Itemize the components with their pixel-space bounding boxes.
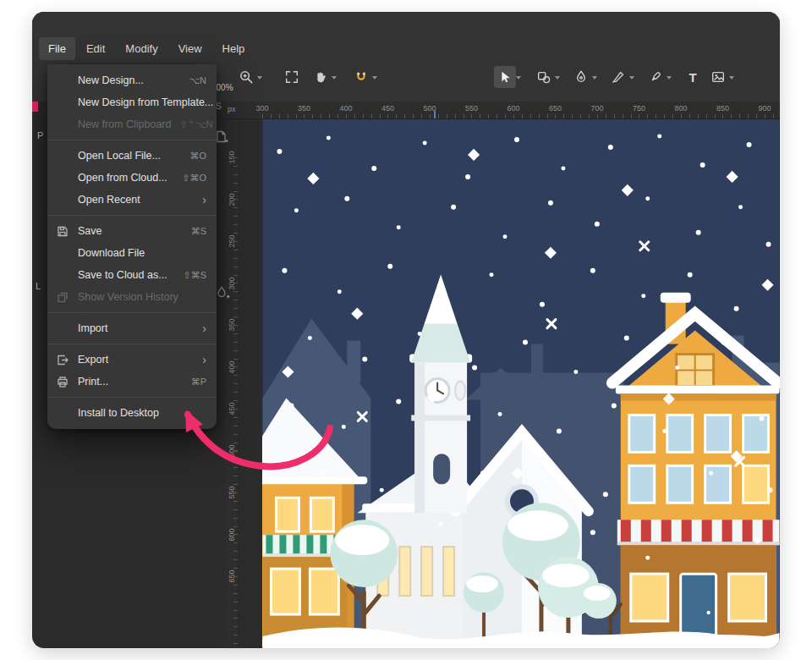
- submenu-arrow-icon: [202, 322, 206, 335]
- image-tool-button[interactable]: [707, 66, 729, 88]
- pen-tool-button[interactable]: [570, 66, 592, 88]
- marker-caret-icon[interactable]: [667, 76, 672, 80]
- menu-separator: [47, 397, 217, 398]
- zoom-tool-button[interactable]: [235, 66, 257, 88]
- select-arrow-icon: [497, 69, 513, 85]
- menu-bar: File Edit Modify View Help: [39, 37, 254, 60]
- v-ruler-label: 400: [228, 360, 236, 373]
- shape-icon: [536, 69, 551, 85]
- menu-view[interactable]: View: [169, 37, 211, 60]
- menu-item-new-from-template[interactable]: New Design from Template...: [47, 91, 217, 113]
- v-ruler-label: 250: [228, 234, 236, 247]
- menu-item-save-to-cloud-as[interactable]: Save to Cloud as... ⇧⌘S: [47, 264, 217, 286]
- h-ruler-label: 350: [298, 104, 310, 113]
- knife-tool-button[interactable]: [607, 66, 629, 88]
- magnet-icon: [354, 69, 369, 85]
- add-page-button[interactable]: [215, 130, 228, 147]
- export-icon: [57, 354, 69, 366]
- panel-fragment-s: S: [216, 102, 222, 111]
- shape-tool-button[interactable]: [533, 66, 555, 88]
- v-ruler-label: 150: [228, 151, 236, 163]
- h-ruler-label: 600: [507, 104, 519, 113]
- menu-item-import[interactable]: Import: [47, 317, 217, 339]
- select-tool-button[interactable]: [494, 66, 516, 88]
- menu-separator: [47, 344, 217, 344]
- menu-edit[interactable]: Edit: [77, 37, 114, 60]
- submenu-arrow-icon: [202, 354, 206, 366]
- menu-help[interactable]: Help: [213, 37, 255, 60]
- zoom-icon: [239, 69, 255, 85]
- v-ruler-label: 450: [228, 402, 236, 415]
- menu-item-open-from-cloud[interactable]: Open from Cloud... ⇧⌘O: [47, 167, 217, 189]
- marker-tool-button[interactable]: [645, 66, 667, 88]
- menu-separator: [47, 215, 217, 216]
- pen-caret-icon[interactable]: [592, 76, 597, 80]
- print-icon: [57, 376, 69, 388]
- h-ruler-label: 850: [716, 104, 729, 113]
- menu-item-export[interactable]: Export: [47, 349, 217, 371]
- menu-modify[interactable]: Modify: [116, 37, 167, 60]
- menu-item-open-recent[interactable]: Open Recent: [47, 189, 217, 211]
- fit-screen-icon: [284, 69, 299, 85]
- h-ruler-label: 300: [255, 104, 268, 113]
- canvas-area[interactable]: [262, 119, 780, 648]
- menu-separator: [47, 140, 217, 140]
- menu-item-show-version-history: Show Version History: [47, 286, 217, 308]
- file-menu-dropdown: New Design... ⌥N New Design from Templat…: [47, 64, 217, 429]
- ruler-unit: px: [228, 105, 236, 113]
- menu-item-download-file[interactable]: Download File: [47, 242, 217, 264]
- save-icon: [57, 225, 69, 238]
- menu-file[interactable]: File: [39, 37, 75, 60]
- snap-caret-icon[interactable]: [372, 76, 377, 80]
- add-style-button[interactable]: [217, 286, 230, 303]
- zoom-caret-icon[interactable]: [257, 76, 262, 80]
- snap-magnet-button[interactable]: [350, 66, 372, 88]
- h-ruler-label: 700: [590, 104, 603, 113]
- submenu-arrow-icon: [202, 194, 206, 206]
- v-ruler-label: 550: [228, 486, 236, 498]
- version-history-icon: [57, 291, 69, 304]
- hand-icon: [313, 69, 328, 85]
- menu-item-save[interactable]: Save ⌘S: [47, 220, 217, 242]
- hand-tool-button[interactable]: [310, 66, 332, 88]
- v-ruler-label: 200: [228, 193, 236, 206]
- text-tool-button[interactable]: T: [682, 66, 704, 88]
- panel-fragment-p: P: [37, 130, 43, 140]
- text-tool-glyph: T: [689, 70, 696, 85]
- image-caret-icon[interactable]: [729, 76, 734, 80]
- v-ruler-label: 350: [228, 318, 236, 331]
- fit-screen-button[interactable]: [281, 66, 303, 88]
- v-ruler-label: 600: [228, 528, 236, 541]
- h-ruler-label: 650: [549, 104, 562, 113]
- image-icon: [710, 69, 726, 85]
- v-ruler-label: 500: [228, 444, 236, 457]
- shape-caret-icon[interactable]: [555, 76, 560, 80]
- menu-item-new-from-clipboard: New from Clipboard ⇧⌃⌥N: [47, 113, 217, 135]
- app-window: px 3003504004505005506006507007508008509…: [32, 12, 780, 648]
- ink-drop-icon: [217, 286, 230, 300]
- marker-icon: [648, 69, 663, 85]
- menu-item-new-design[interactable]: New Design... ⌥N: [47, 69, 217, 91]
- menu-separator: [47, 312, 217, 313]
- knife-caret-icon[interactable]: [629, 76, 634, 80]
- vertical-ruler[interactable]: 150200250300350400450500550600650: [225, 119, 238, 648]
- h-ruler-label: 750: [633, 104, 645, 113]
- h-ruler-label: 550: [465, 104, 478, 113]
- horizontal-ruler[interactable]: px 3003504004505005506006507007508008509…: [225, 102, 780, 119]
- knife-icon: [611, 69, 626, 85]
- select-caret-icon[interactable]: [516, 76, 521, 80]
- h-ruler-label: 900: [758, 104, 771, 113]
- add-page-icon: [215, 130, 228, 144]
- menu-item-install-to-desktop[interactable]: Install to Desktop: [47, 402, 217, 424]
- v-ruler-label: 650: [228, 569, 236, 582]
- h-ruler-label: 450: [381, 104, 394, 113]
- h-ruler-label: 500: [423, 104, 436, 113]
- panel-fragment-l: L: [36, 281, 41, 291]
- h-ruler-label: 400: [339, 104, 352, 113]
- hand-caret-icon[interactable]: [332, 76, 337, 80]
- canvas-illustration: [262, 119, 780, 648]
- menu-item-print[interactable]: Print... ⌘P: [47, 371, 217, 393]
- menu-item-open-local-file[interactable]: Open Local File... ⌘O: [47, 145, 217, 167]
- h-ruler-label: 800: [674, 104, 687, 113]
- pen-icon: [573, 69, 589, 85]
